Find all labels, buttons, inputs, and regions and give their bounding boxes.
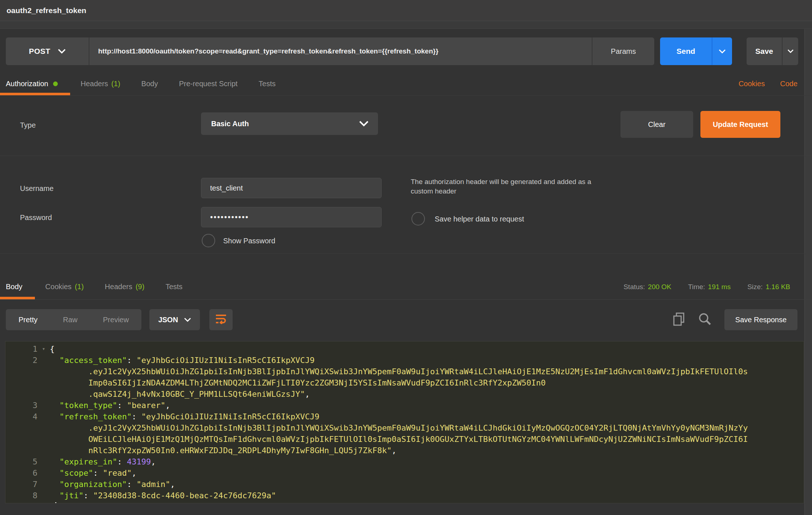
fold-spacer bbox=[37, 355, 50, 366]
search-button[interactable] bbox=[698, 312, 711, 327]
code-token: "bearer" bbox=[127, 401, 165, 410]
code-line: .qawS1Z4j_h4vNx10GBC_Y_PHM1LLSQt64eniWLG… bbox=[5, 388, 804, 400]
line-number bbox=[5, 377, 37, 388]
view-pretty-button[interactable]: Pretty bbox=[6, 309, 50, 330]
code-text: "expires_in": 43199, bbox=[50, 456, 804, 467]
tab-response-body[interactable]: Body bbox=[0, 274, 35, 299]
copy-icon bbox=[673, 312, 685, 327]
save-response-button[interactable]: Save Response bbox=[724, 309, 797, 330]
tab-tests[interactable]: Tests bbox=[248, 72, 286, 95]
send-options-button[interactable] bbox=[712, 37, 732, 65]
save-label: Save bbox=[755, 47, 773, 56]
fold-toggle-icon[interactable]: ▾ bbox=[37, 343, 50, 355]
tab-headers[interactable]: Headers (1) bbox=[70, 72, 131, 95]
request-bar: POST Params Send Save bbox=[6, 37, 812, 65]
format-dropdown[interactable]: JSON bbox=[149, 309, 200, 330]
params-button[interactable]: Params bbox=[592, 37, 654, 65]
line-number: 1 bbox=[5, 343, 37, 355]
view-preview-button[interactable]: Preview bbox=[90, 309, 141, 330]
line-number bbox=[5, 388, 37, 400]
password-label: Password bbox=[20, 213, 52, 222]
code-line: 2 "access_token": "eyJhbGciOiJIUzI1NiIsI… bbox=[5, 355, 804, 366]
code-token: "expires_in" bbox=[60, 457, 117, 466]
tab-response-cookies[interactable]: Cookies (1) bbox=[35, 274, 95, 299]
line-number: 2 bbox=[5, 355, 37, 366]
code-token: .qawS1Z4j_h4vNx10GBC_Y_PHM1LLSQt64eniWLG… bbox=[88, 390, 305, 399]
save-button-group: Save bbox=[747, 37, 798, 65]
request-tabs: Authorization Headers (1) Body Pre-reque… bbox=[0, 72, 812, 96]
method-dropdown[interactable]: POST bbox=[6, 37, 89, 65]
tab-body[interactable]: Body bbox=[131, 72, 169, 95]
tab-response-headers-label: Headers bbox=[105, 283, 132, 291]
code-token: "organization" bbox=[60, 480, 127, 489]
response-tabs: Body Cookies (1) Headers (9) Tests Statu… bbox=[0, 274, 812, 300]
save-button[interactable]: Save bbox=[747, 37, 782, 65]
code-token: : bbox=[117, 401, 127, 410]
tab-response-tests[interactable]: Tests bbox=[155, 274, 193, 299]
username-label: Username bbox=[20, 184, 53, 193]
url-group: POST Params bbox=[6, 37, 654, 65]
code-text: "token_type": "bearer", bbox=[50, 400, 804, 411]
code-line: 7 "organization": "admin", bbox=[5, 479, 804, 490]
response-body-viewer[interactable]: 1▾{2 "access_token": "eyJhbGciOiJIUzI1Ni… bbox=[5, 341, 804, 503]
view-mode-group: Pretty Raw Preview bbox=[6, 309, 141, 330]
code-token: "refresh_token" bbox=[60, 412, 132, 421]
clear-button[interactable]: Clear bbox=[620, 111, 693, 138]
code-text: .eyJ1c2VyX25hbWUiOiJhZG1pbiIsInNjb3BlIjp… bbox=[50, 422, 804, 434]
code-token: , bbox=[305, 390, 310, 399]
fold-spacer bbox=[37, 388, 50, 400]
tab-authorization[interactable]: Authorization bbox=[0, 72, 70, 95]
time-value: 191 ms bbox=[708, 283, 731, 291]
show-password-toggle[interactable] bbox=[202, 234, 215, 247]
code-token: "eyJhbGciOiJIUzI1NiIsInR5cCI6IkpXVCJ9 bbox=[136, 356, 314, 365]
response-controls: Pretty Raw Preview JSON bbox=[0, 309, 812, 330]
title-bar: oauth2_refresh_token bbox=[0, 0, 812, 21]
status-value: 200 OK bbox=[648, 283, 671, 291]
text-cursor bbox=[55, 502, 56, 503]
code-line: 5 "expires_in": 43199, bbox=[5, 456, 804, 467]
tab-authorization-label: Authorization bbox=[6, 80, 48, 88]
save-helper-toggle[interactable] bbox=[411, 212, 425, 225]
fold-spacer bbox=[37, 377, 50, 388]
username-field[interactable] bbox=[201, 178, 382, 198]
code-token: , bbox=[170, 480, 175, 489]
tab-response-cookies-label: Cookies bbox=[45, 283, 72, 291]
auth-type-dropdown[interactable]: Basic Auth bbox=[201, 112, 378, 135]
fold-spacer bbox=[37, 445, 50, 456]
auth-credentials-section: Username Password Show Password The auth… bbox=[0, 156, 812, 254]
send-button[interactable]: Send bbox=[660, 37, 712, 65]
code-text: "organization": "admin", bbox=[50, 479, 804, 490]
url-input[interactable] bbox=[89, 37, 592, 65]
raw-label: Raw bbox=[63, 316, 77, 324]
response-actions: Save Response bbox=[673, 309, 806, 330]
view-raw-button[interactable]: Raw bbox=[50, 309, 90, 330]
code-token: .eyJ1c2VyX25hbWUiOiJhZG1pbiIsInNjb3BlIjp… bbox=[88, 367, 748, 376]
tab-response-tests-label: Tests bbox=[165, 283, 182, 291]
code-token: : bbox=[132, 412, 141, 421]
response-meta: Status:200 OK Time:191 ms Size:1.16 KB bbox=[623, 274, 812, 299]
save-response-label: Save Response bbox=[735, 316, 787, 324]
password-field[interactable] bbox=[201, 207, 382, 227]
tab-response-headers[interactable]: Headers (9) bbox=[94, 274, 155, 299]
code-token: : bbox=[127, 356, 137, 365]
cookies-link[interactable]: Cookies bbox=[739, 80, 765, 88]
chevron-down-icon bbox=[58, 49, 66, 54]
status-badge: Status:200 OK bbox=[623, 283, 671, 291]
tab-prerequest-label: Pre-request Script bbox=[179, 80, 237, 88]
wrap-text-button[interactable] bbox=[209, 309, 233, 330]
save-options-button[interactable] bbox=[782, 37, 798, 65]
fold-spacer bbox=[37, 456, 50, 467]
send-button-group: Send bbox=[660, 37, 732, 65]
code-line: .eyJ1c2VyX25hbWUiOiJhZG1pbiIsInNjb3BlIjp… bbox=[5, 422, 804, 434]
code-token: } bbox=[50, 502, 55, 503]
line-number bbox=[5, 366, 37, 377]
size-badge: Size:1.16 KB bbox=[747, 283, 790, 291]
chevron-down-icon bbox=[359, 121, 378, 127]
tab-prerequest-script[interactable]: Pre-request Script bbox=[168, 72, 248, 95]
code-text: "access_token": "eyJhbGciOiJIUzI1NiIsInR… bbox=[50, 355, 804, 366]
code-text: Imp0aSI6IjIzNDA4ZDM4LThjZGMtNDQ2MC1iZWFj… bbox=[50, 377, 804, 388]
code-link[interactable]: Code bbox=[780, 80, 797, 88]
copy-button[interactable] bbox=[673, 312, 685, 327]
auth-active-dot-icon bbox=[53, 81, 58, 86]
update-request-button[interactable]: Update Request bbox=[700, 111, 780, 138]
